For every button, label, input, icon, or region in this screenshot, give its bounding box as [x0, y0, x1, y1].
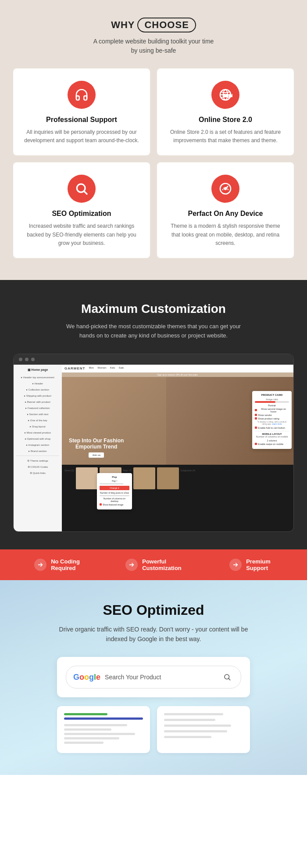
- professional-support-title: Professional Support: [22, 116, 141, 124]
- product-label: Sunglasses (4): [181, 467, 195, 489]
- seo-result-bars: [64, 713, 143, 720]
- feature-card-professional-support: Professional Support All inquiries will …: [13, 68, 150, 155]
- shop-mockup: ▣ Home page ▸ Header top announcement ▸ …: [14, 365, 293, 531]
- cp-value: 2 columns: [255, 439, 289, 442]
- sidebar-item: ▸ Shipping with product: [16, 393, 59, 398]
- sidebar-item: ⚙ CSS/JS Codes: [16, 464, 59, 470]
- sidebar-item: ▸ Header top announcement: [16, 374, 59, 380]
- customizer-panel: PRODUCT CARD Image ratio Portrait Show s…: [252, 391, 292, 449]
- sidebar-item: ⚙ Quick links: [16, 470, 59, 476]
- feature-card-device: Perfact On Any Device Theme is a modern …: [157, 162, 294, 258]
- search-icon: [223, 673, 231, 681]
- arrow-right-icon-2: [129, 562, 135, 568]
- product-label: Shoes (2): [64, 467, 74, 489]
- cp-hint: To display a rating, add a product ratin…: [255, 421, 289, 425]
- headphones-icon: [75, 88, 89, 102]
- feature-pill-support: PremiumSupport: [202, 558, 298, 571]
- cp-checkbox: Show second image on hover: [255, 408, 289, 413]
- promo-bar: Sign up to receive 15% off your first or…: [62, 373, 293, 377]
- max-customization-subtitle: We hand-picked the most customizable the…: [13, 322, 294, 341]
- main-content-mock: GARMENT Men Women Kids Sale Sign up to r…: [62, 365, 293, 531]
- svg-line-6: [228, 679, 230, 680]
- customizer-panel-title: PRODUCT CARD: [255, 394, 289, 396]
- browser-content: ▣ Home page ▸ Header top announcement ▸ …: [14, 365, 293, 531]
- feature-card-seo: SEO Optimization Increased website traff…: [13, 162, 150, 258]
- device-icon-circle: [211, 175, 239, 203]
- sidebar-item: ▸ Banner with product: [16, 399, 59, 405]
- seo-bar-gray: [164, 736, 211, 738]
- seo-title: SEO Optimization: [22, 210, 141, 218]
- search-button[interactable]: [221, 671, 234, 684]
- sidebar-item: ▸ Featured collection: [16, 405, 59, 411]
- seo-bar-gray: [64, 742, 104, 744]
- product-thumb: [157, 467, 179, 489]
- store-icon: OS 2.0: [218, 88, 232, 102]
- feature-pill-no-coding: No CodingRequired: [9, 558, 105, 571]
- search-magnifier-icon: [75, 182, 89, 196]
- nav-item: Women: [97, 366, 107, 370]
- cp-field: Number of columns on mobile: [255, 435, 289, 438]
- online-store-icon-circle: OS 2.0: [211, 81, 239, 109]
- sidebar-item: ▸ Brand section: [16, 448, 59, 454]
- seo-bar-gray: [64, 728, 111, 731]
- no-coding-label: No CodingRequired: [51, 558, 80, 571]
- browser-dot-2: [25, 358, 29, 361]
- arrow-right-icon-3: [232, 562, 239, 568]
- nav-item: Sale: [118, 366, 124, 370]
- sidebar-item: ▸ One of the key: [16, 417, 59, 423]
- feature-pill-customization: PowerfulCustomization: [105, 558, 202, 571]
- seo-bar-gray: [64, 724, 127, 726]
- sidebar-item: ▸ Optimized with shop: [16, 436, 59, 441]
- browser-mockup: ▣ Home page ▸ Header top announcement ▸ …: [13, 354, 294, 532]
- seo-icon-circle: [68, 175, 96, 203]
- google-search-bar[interactable]: Google Search Your Product: [66, 666, 241, 689]
- why-choose-title: WHY CHOOSE: [13, 18, 294, 32]
- svg-line-3: [84, 191, 87, 194]
- svg-text:OS 2.0: OS 2.0: [223, 93, 232, 97]
- nav-mock: GARMENT Men Women Kids Sale: [62, 365, 293, 373]
- browser-dot-1: [19, 358, 22, 361]
- seo-bar-blue: [64, 717, 143, 720]
- svg-point-4: [225, 188, 226, 190]
- browser-dot-3: [31, 358, 35, 361]
- seo-optimized-title: SEO Optimized: [13, 602, 294, 618]
- professional-support-desc: All inquiries will be personally process…: [22, 128, 141, 145]
- why-choose-section: WHY CHOOSE A complete website building t…: [0, 0, 307, 280]
- feature-card-online-store: OS 2.0 Online Store 2.0 Online Store 2.0…: [157, 68, 294, 155]
- seo-bar-gray: [164, 719, 215, 721]
- sidebar-item: ▸ Instagram section: [16, 442, 59, 448]
- hero-cta-button[interactable]: Join us: [89, 452, 104, 458]
- cp-field: Image ratio: [255, 398, 289, 403]
- why-plain: WHY: [111, 19, 135, 31]
- popup-mock: Pop Pop ! Change ▾ Number of blog posts …: [97, 473, 132, 509]
- online-store-title: Online Store 2.0: [166, 116, 285, 124]
- support-label: PremiumSupport: [246, 558, 271, 571]
- device-desc: Theme is a modern & stylish responsive t…: [166, 222, 285, 247]
- seo-bar-gray: [164, 713, 223, 715]
- seo-bar-gray: [164, 725, 231, 727]
- sidebar-mock: ▣ Home page ▸ Header top announcement ▸ …: [14, 365, 62, 531]
- google-logo: Google: [73, 673, 100, 682]
- product-thumb: [133, 467, 155, 489]
- search-placeholder-text: Search Your Product: [105, 674, 216, 681]
- seo-result-card-right: [157, 706, 250, 753]
- seo-result-card-left: [57, 706, 150, 753]
- no-coding-icon: [34, 559, 46, 571]
- online-store-desc: Online Store 2.0 is a set of features an…: [166, 128, 285, 145]
- sidebar-item: ▸ Section with text: [16, 411, 59, 417]
- seo-bar-gray: [64, 737, 119, 739]
- hero-text: Step Into Our FashionEmporium Trend Join…: [69, 438, 124, 458]
- cp-checkbox: Enable Add to cart button: [255, 427, 289, 429]
- customization-label: PowerfulCustomization: [142, 558, 182, 571]
- seo-desc: Increased website traffic and search ran…: [22, 222, 141, 247]
- nav-item: Kids: [110, 366, 115, 370]
- professional-support-icon-circle: [68, 81, 96, 109]
- search-mockup-card: Google Search Your Product: [57, 657, 250, 697]
- support-icon: [229, 559, 242, 571]
- cp-checkbox: Enable swipe on mobile: [255, 443, 289, 445]
- seo-bar-green: [64, 713, 107, 715]
- device-title: Perfact On Any Device: [166, 210, 285, 218]
- speedometer-icon: [218, 182, 232, 196]
- features-banner-section: No CodingRequired PowerfulCustomization …: [0, 549, 307, 580]
- cp-value: Portrait: [255, 404, 289, 407]
